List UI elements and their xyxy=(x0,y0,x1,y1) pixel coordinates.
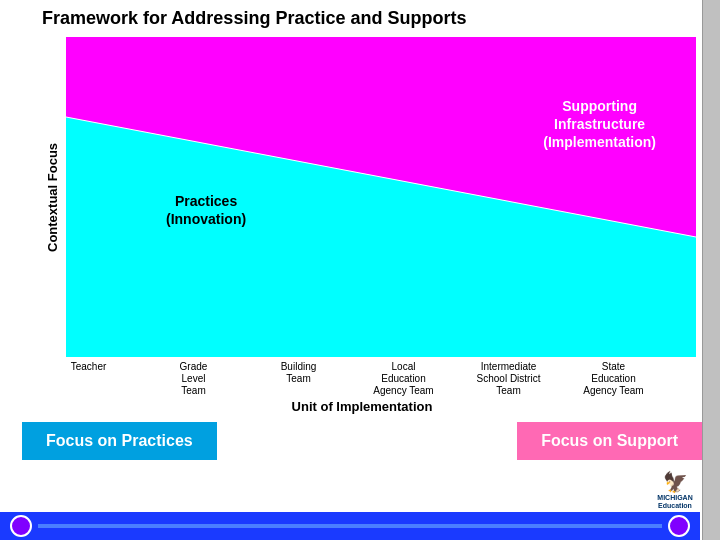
bottom-buttons: Focus on Practices Focus on Support xyxy=(22,422,702,460)
infrastructure-label: SupportingInfrastructure(Implementation) xyxy=(543,97,656,152)
axis-label-isd-team: Intermediate School District Team xyxy=(464,361,554,397)
page-title: Framework for Addressing Practice and Su… xyxy=(42,8,688,29)
focus-support-button[interactable]: Focus on Support xyxy=(517,422,702,460)
axis-label-grade-level: Grade Level Team xyxy=(149,361,239,397)
unit-of-implementation-label: Unit of Implementation xyxy=(36,399,688,414)
main-content: Framework for Addressing Practice and Su… xyxy=(0,0,700,540)
logo-text: MICHIGANEducation xyxy=(657,494,692,509)
axis-label-teacher: Teacher xyxy=(44,361,134,397)
practices-label: Practices(Innovation) xyxy=(166,192,246,228)
axis-label-sea-team: State Education Agency Team xyxy=(569,361,659,397)
chart-area: SupportingInfrastructure(Implementation)… xyxy=(66,37,696,357)
page-container: Framework for Addressing Practice and Su… xyxy=(0,0,720,540)
michigan-logo: 🦅 MICHIGANEducation xyxy=(650,470,700,510)
axis-label-building-team: Building Team xyxy=(254,361,344,397)
track-bar xyxy=(0,512,700,540)
scrollbar[interactable] xyxy=(702,0,720,540)
chart-wrapper: Contextual Focus SupportingI xyxy=(42,37,702,357)
track-line xyxy=(38,524,662,528)
logo-icon: 🦅 xyxy=(663,470,688,494)
chart-svg xyxy=(66,37,696,357)
track-circle-right[interactable] xyxy=(668,515,690,537)
axis-labels-container: Teacher Grade Level Team Building Team L… xyxy=(36,361,666,397)
axis-label-lea-team: Local Education Agency Team xyxy=(359,361,449,397)
focus-practices-button[interactable]: Focus on Practices xyxy=(22,422,217,460)
track-circle-left[interactable] xyxy=(10,515,32,537)
vertical-axis-label: Contextual Focus xyxy=(42,37,62,357)
